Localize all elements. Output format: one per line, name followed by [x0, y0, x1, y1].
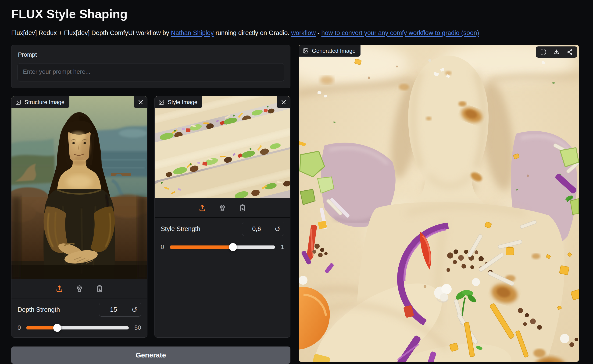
main-layout: Prompt	[11, 45, 582, 364]
right-column: Generated Image	[299, 45, 582, 362]
structure-paste-button[interactable]	[95, 284, 104, 293]
style-strength-number-group: ↺	[242, 222, 284, 236]
style-strength-max-label: 1	[281, 243, 284, 251]
webcam-icon	[218, 204, 226, 212]
generated-image-art	[299, 45, 579, 362]
depth-strength-min-label: 0	[18, 324, 21, 331]
prompt-label: Prompt	[18, 51, 284, 58]
style-image-close-button[interactable]	[277, 96, 290, 108]
download-button[interactable]	[550, 46, 563, 58]
style-image-art	[155, 96, 290, 198]
page: FLUX Style Shaping Flux[dev] Redux + Flu…	[0, 0, 593, 364]
page-title: FLUX Style Shaping	[11, 7, 582, 21]
link-workflow[interactable]: workflow	[291, 29, 316, 36]
style-image-card: Style Image	[155, 96, 290, 338]
upload-icon	[55, 285, 63, 292]
reset-icon: ↺	[275, 225, 280, 233]
style-image-label: Style Image	[168, 99, 197, 105]
image-icon	[158, 99, 164, 105]
style-webcam-button[interactable]	[217, 203, 227, 213]
depth-strength-number-group: ↺	[99, 303, 141, 317]
fullscreen-icon	[540, 49, 546, 55]
image-cards-row: Structure Image	[11, 96, 290, 338]
structure-image-card: Structure Image	[11, 96, 148, 338]
style-strength-reset-button[interactable]: ↺	[271, 222, 284, 236]
structure-image-preview[interactable]: Structure Image	[11, 96, 147, 279]
reset-icon: ↺	[132, 306, 137, 314]
link-nathan-shipley[interactable]: Nathan Shipley	[171, 29, 214, 36]
fullscreen-button[interactable]	[537, 46, 550, 58]
download-icon	[553, 49, 560, 55]
depth-strength-slider: 0 50	[18, 324, 141, 331]
style-image-chip: Style Image	[155, 96, 202, 108]
style-strength-min-label: 0	[161, 243, 164, 251]
intro-text-3: -	[316, 29, 321, 36]
left-column: Prompt	[11, 45, 290, 364]
depth-strength-track[interactable]	[27, 326, 129, 330]
share-icon	[566, 49, 573, 55]
image-icon	[303, 48, 309, 54]
prompt-panel: Prompt	[11, 45, 290, 88]
clipboard-paste-icon	[239, 204, 247, 212]
generated-image-label: Generated Image	[312, 48, 356, 54]
generate-button[interactable]: Generate	[11, 346, 290, 364]
webcam-icon	[75, 285, 83, 292]
clipboard-paste-icon	[95, 285, 103, 292]
link-convert-guide[interactable]: how to convert your any comfy workflow t…	[321, 29, 479, 36]
depth-strength-max-label: 50	[134, 324, 141, 331]
upload-icon	[198, 204, 206, 212]
structure-image-close-button[interactable]	[134, 96, 147, 108]
style-image-toolbar	[155, 198, 290, 217]
style-strength-block: Style Strength ↺ 0	[155, 217, 290, 257]
generated-image-toolbar	[536, 46, 577, 58]
style-strength-fill	[170, 246, 233, 249]
depth-strength-block: Depth Strength ↺ 0	[11, 298, 147, 338]
style-strength-track[interactable]	[170, 246, 275, 249]
share-button[interactable]	[563, 46, 576, 58]
style-upload-button[interactable]	[197, 203, 207, 213]
depth-strength-reset-button[interactable]: ↺	[128, 303, 141, 316]
image-icon	[15, 99, 21, 105]
depth-strength-input[interactable]	[99, 303, 128, 316]
depth-strength-label: Depth Strength	[18, 306, 60, 313]
style-strength-slider: 0 1	[161, 243, 284, 251]
structure-image-art	[11, 96, 147, 279]
depth-strength-fill	[27, 326, 57, 330]
style-strength-label: Style Strength	[161, 225, 201, 233]
style-paste-button[interactable]	[238, 203, 247, 213]
structure-webcam-button[interactable]	[74, 284, 84, 293]
structure-image-toolbar	[11, 279, 147, 298]
structure-image-label: Structure Image	[25, 99, 65, 105]
structure-upload-button[interactable]	[54, 284, 64, 293]
intro-text-2: running directly on Gradio.	[214, 29, 291, 36]
structure-image-chip: Structure Image	[11, 96, 69, 108]
intro-text: Flux[dev] Redux + Flux[dev] Depth ComfyU…	[11, 29, 582, 37]
depth-strength-handle[interactable]	[53, 324, 61, 332]
intro-text-1: Flux[dev] Redux + Flux[dev] Depth ComfyU…	[11, 29, 171, 36]
generated-image-chip: Generated Image	[299, 45, 361, 57]
prompt-input[interactable]	[18, 63, 284, 81]
style-image-preview[interactable]: Style Image	[155, 96, 290, 198]
close-icon	[281, 99, 287, 105]
style-strength-input[interactable]	[242, 222, 271, 236]
style-strength-handle[interactable]	[229, 243, 237, 251]
close-icon	[138, 99, 144, 105]
generated-image-panel: Generated Image	[299, 45, 579, 362]
